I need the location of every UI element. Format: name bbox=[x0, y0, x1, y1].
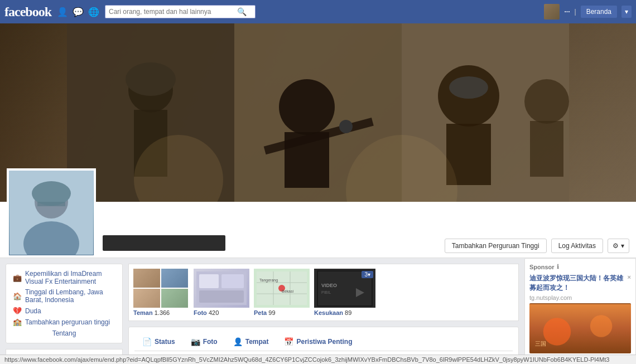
photo-post-label: Foto bbox=[203, 338, 218, 346]
about-link[interactable]: Tentang bbox=[52, 329, 76, 337]
photos-media-label: Foto 420 bbox=[194, 309, 249, 316]
search-button[interactable]: 🔍 bbox=[237, 7, 247, 16]
sponsor-box: Sponsor ℹ × 迪亚波罗惊现三国大陆！各英雄募起而攻之！ tg.nuts… bbox=[524, 258, 636, 364]
profile-info-box: 💼 Kepemilikan di ImaDream Visual Fx Ente… bbox=[6, 264, 123, 343]
ownership-link[interactable]: Kepemilikan di ImaDream Visual Fx Entert… bbox=[25, 270, 115, 285]
globe-nav-icon[interactable]: 🌐 bbox=[88, 7, 99, 17]
event-tab[interactable]: 📅 Peristiwa Penting bbox=[276, 333, 360, 351]
photos-stat-label: Foto bbox=[194, 309, 207, 316]
sponsor-ad-1: × 迪亚波罗惊现三国大陆！各英雄募起而攻之！ tg.nutsplay.com bbox=[529, 274, 631, 364]
status-bar: https://www.facebook.com/ajax/emu/end.ph… bbox=[0, 355, 636, 364]
svg-text:Tangerang: Tangerang bbox=[259, 278, 278, 283]
status-tab-label: Status bbox=[155, 338, 175, 346]
photo-preview-art bbox=[196, 271, 247, 305]
gear-icon: ⚙ bbox=[613, 242, 619, 250]
friends-media-label: Teman 1.366 bbox=[133, 309, 189, 316]
search-input[interactable] bbox=[109, 8, 237, 16]
profile-name-redacted bbox=[103, 235, 225, 251]
profile-actions: Tambahkan Perguruan Tinggi Log Aktivitas… bbox=[445, 234, 629, 258]
svg-text:PIBIL: PIBIL bbox=[321, 290, 331, 294]
status-bar-url: https://www.facebook.com/ajax/emu/end.ph… bbox=[4, 356, 609, 363]
gear-dropdown-arrow: ▾ bbox=[621, 242, 624, 250]
likes-media-box: VIDEO PIBIL 3▾ Kesukaan 89 bbox=[314, 269, 375, 316]
friends-media-box: Teman 1.366 bbox=[133, 269, 189, 316]
svg-point-7 bbox=[279, 79, 335, 135]
svg-point-10 bbox=[339, 120, 353, 133]
fm-1[interactable] bbox=[133, 269, 160, 288]
friends-nav-icon[interactable]: 👤 bbox=[57, 7, 68, 17]
likes-count-badge: 3▾ bbox=[362, 271, 373, 278]
photo-post-tab[interactable]: 📷 Foto bbox=[183, 333, 225, 351]
info-ownership: 💼 Kepemilikan di ImaDream Visual Fx Ente… bbox=[13, 270, 115, 285]
svg-rect-22 bbox=[37, 202, 65, 206]
info-location: 🏠 Tinggal di Lembang, Jawa Barat, Indone… bbox=[13, 288, 115, 304]
messages-nav-icon[interactable]: 💬 bbox=[73, 7, 84, 17]
photo-post-icon: 📷 bbox=[191, 337, 200, 346]
right-sidebar: Sponsor ℹ × 迪亚波罗惊现三国大陆！各英雄募起而攻之！ tg.nuts… bbox=[524, 258, 636, 364]
photos-media-thumb[interactable] bbox=[194, 269, 249, 308]
svg-rect-25 bbox=[221, 274, 244, 288]
likes-media-thumb[interactable]: VIDEO PIBIL 3▾ bbox=[314, 269, 375, 308]
fm-4[interactable] bbox=[161, 289, 188, 308]
status-tab[interactable]: 📄 Status bbox=[134, 333, 183, 351]
map-stat-label: Peta bbox=[254, 309, 267, 316]
svg-point-14 bbox=[524, 79, 569, 124]
top-nav: facebook 👤 💬 🌐 🔍 ··· | Beranda ▾ bbox=[0, 0, 636, 23]
photos-stat-count: 420 bbox=[209, 309, 219, 316]
left-profile-sidebar: 💼 Kepemilikan di ImaDream Visual Fx Ente… bbox=[0, 258, 128, 364]
sponsor-title: Sponsor ℹ bbox=[529, 263, 631, 270]
map-media-thumb[interactable]: Tangerang Bekasi bbox=[254, 269, 310, 308]
place-icon: 👤 bbox=[233, 337, 243, 346]
location-icon: 🏠 bbox=[13, 292, 22, 300]
photos-media-box: Foto 420 bbox=[194, 269, 249, 316]
fm-2[interactable] bbox=[161, 269, 188, 288]
ad1-image[interactable]: 三国 bbox=[529, 303, 631, 353]
event-tab-label: Peristiwa Penting bbox=[296, 338, 352, 346]
likes-media-label: Kesukaan 89 bbox=[314, 309, 375, 316]
svg-point-13 bbox=[449, 76, 488, 99]
add-university-link[interactable]: Tambahkan perguruan tinggi bbox=[25, 318, 110, 326]
gear-button[interactable]: ⚙ ▾ bbox=[608, 239, 629, 253]
status-icon: 📄 bbox=[142, 337, 152, 346]
add-university-button[interactable]: Tambahkan Perguruan Tinggi bbox=[445, 239, 547, 253]
ad1-title-text[interactable]: 迪亚波罗惊现三国大陆！各英雄募起而攻之！ bbox=[529, 274, 623, 292]
friends-media-grid bbox=[133, 269, 189, 308]
svg-point-45 bbox=[590, 315, 613, 337]
feed-area: Teman 1.366 Foto 420 bbox=[128, 258, 519, 364]
main-wrapper: 💼 Kepemilikan di ImaDream Visual Fx Ente… bbox=[0, 258, 636, 364]
profile-info-bar: Tambahkan Perguruan Tinggi Log Aktivitas… bbox=[0, 202, 636, 258]
profile-photo-art bbox=[9, 171, 93, 255]
ad1-close-btn[interactable]: × bbox=[628, 274, 631, 280]
likes-stat-label: Kesukaan bbox=[314, 309, 343, 316]
map-stat-count: 99 bbox=[268, 309, 275, 316]
activity-log-button[interactable]: Log Aktivitas bbox=[551, 239, 603, 253]
sponsor-title-text: Sponsor bbox=[529, 264, 555, 270]
info-add-university: 🏫 Tambahkan perguruan tinggi bbox=[13, 318, 115, 326]
nav-dropdown-button[interactable]: ▾ bbox=[621, 6, 632, 18]
profile-inner: Tambahkan Perguruan Tinggi Log Aktivitas… bbox=[0, 202, 636, 258]
map-media-label: Peta 99 bbox=[254, 309, 310, 316]
profile-photo bbox=[7, 168, 96, 258]
heart-icon: 💔 bbox=[13, 307, 22, 315]
sponsor-ad-1-title: × 迪亚波罗惊现三国大陆！各英雄募起而攻之！ bbox=[529, 274, 631, 293]
status-link[interactable]: Duda bbox=[25, 307, 41, 315]
ad1-art: 三国 bbox=[529, 304, 631, 353]
nav-icons: 👤 💬 🌐 bbox=[57, 7, 99, 17]
event-icon: 📅 bbox=[284, 337, 293, 346]
place-tab[interactable]: 👤 Tempat bbox=[225, 333, 277, 351]
nav-username: ··· bbox=[564, 8, 570, 16]
place-tab-label: Tempat bbox=[245, 338, 269, 346]
location-link[interactable]: Tinggal di Lembang, Jawa Barat, Indonesi… bbox=[25, 288, 115, 304]
svg-point-6 bbox=[126, 62, 176, 96]
likes-stat-count: 89 bbox=[345, 309, 351, 316]
svg-text:三国: 三国 bbox=[535, 341, 546, 347]
sponsor-info-icon: ℹ bbox=[557, 263, 559, 270]
home-button[interactable]: Beranda bbox=[581, 6, 617, 18]
search-bar: 🔍 bbox=[105, 5, 256, 18]
fm-3[interactable] bbox=[133, 289, 160, 308]
info-status: 💔 Duda bbox=[13, 307, 115, 315]
nav-avatar bbox=[544, 4, 560, 20]
map-art: Tangerang Bekasi bbox=[257, 271, 307, 305]
svg-point-44 bbox=[543, 318, 571, 345]
facebook-logo[interactable]: facebook bbox=[4, 4, 51, 20]
